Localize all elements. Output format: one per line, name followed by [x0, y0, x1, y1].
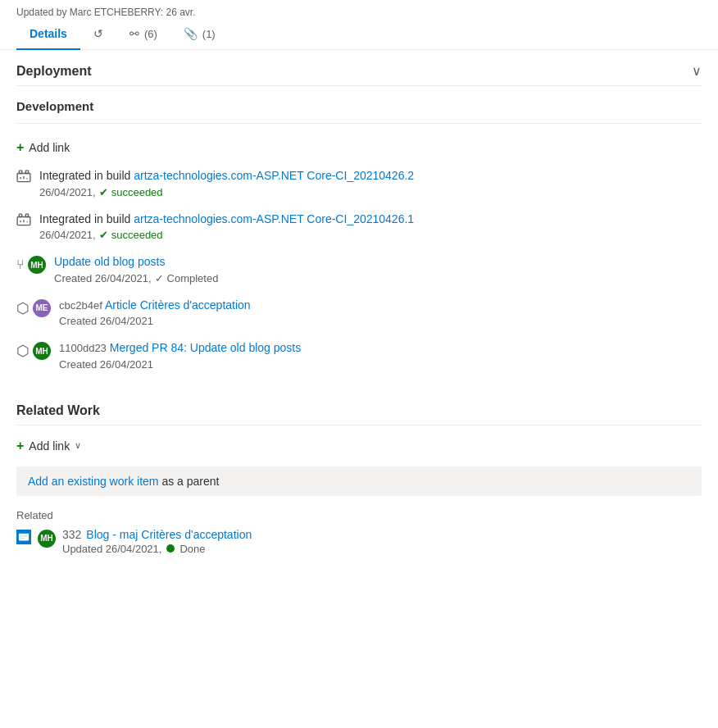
- build-2-check-icon: ✔: [99, 229, 108, 241]
- build-2-link[interactable]: artza-technologies.com-ASP.NET Core-CI_2…: [134, 212, 414, 225]
- pr-status: Completed: [167, 272, 219, 284]
- build-1-text: Integrated in build artza-technologies.c…: [39, 168, 414, 184]
- build-1-check-icon: ✔: [99, 186, 108, 198]
- tabs-bar: Details ↺ ⚯ (6) 📎 (1): [0, 18, 718, 50]
- commit-2-text: 1100dd23 Merged PR 84: Update old blog p…: [59, 340, 301, 357]
- commit-2-meta: Created 26/04/2021: [59, 358, 301, 371]
- commit-item-1: ⬡ ME cbc2b4ef Article Critères d'accepta…: [16, 298, 702, 328]
- commit-1-dot-icon: ⬡: [16, 301, 30, 316]
- commit-2-avatar: MH: [33, 342, 51, 360]
- attachments-badge: (1): [202, 28, 216, 40]
- parent-hint-box: Add an existing work item as a parent: [16, 466, 702, 496]
- commit-1-title-link[interactable]: Article Critères d'acceptation: [105, 298, 251, 312]
- commit-1-text: cbc2b4ef Article Critères d'acceptation: [59, 298, 251, 314]
- work-item-1-title-row: 332 Blog - maj Critères d'acceptation: [62, 528, 252, 541]
- deployment-title: Deployment: [16, 64, 92, 79]
- work-item-1-status: Done: [180, 543, 205, 555]
- pr-meta: Created 26/04/2021, ✓ Completed: [54, 272, 218, 284]
- related-work-header: Related Work: [16, 390, 702, 425]
- commit-2-hash: 1100dd23: [59, 342, 107, 354]
- build-2-content: Integrated in build artza-technologies.c…: [39, 212, 414, 242]
- pr-icon-area: ⑂ MH: [16, 256, 46, 274]
- work-item-1-title-link[interactable]: Blog - maj Critères d'acceptation: [86, 528, 252, 541]
- work-item-1-content: 332 Blog - maj Critères d'acceptation Up…: [62, 528, 252, 555]
- pr-date: Created 26/04/2021,: [54, 272, 152, 284]
- add-existing-work-item-link[interactable]: Add an existing work item: [28, 475, 159, 488]
- svg-rect-7: [19, 214, 21, 216]
- updated-by-text: Updated by Marc ETCHEBERRY: 26 avr.: [16, 7, 212, 18]
- build-1-date: 26/04/2021,: [39, 186, 96, 198]
- build-2-status: succeeded: [111, 229, 163, 241]
- svg-rect-1: [19, 171, 21, 173]
- work-item-1-done-dot: [166, 544, 175, 553]
- commit-1-date: Created 26/04/2021: [59, 315, 153, 327]
- build-1-status: succeeded: [111, 186, 163, 198]
- commit-2-icon-area: ⬡ MH: [16, 342, 51, 360]
- build-2-date: 26/04/2021,: [39, 229, 96, 241]
- build-2-text: Integrated in build artza-technologies.c…: [39, 212, 414, 228]
- deployment-section-header: Deployment ∨: [16, 50, 702, 86]
- build-icon-1: [16, 170, 31, 187]
- build-item-1: Integrated in build artza-technologies.c…: [16, 168, 702, 198]
- pr-title-link[interactable]: Update old blog posts: [54, 255, 165, 268]
- related-work-title: Related Work: [16, 403, 100, 418]
- related-add-link-plus-icon: +: [16, 439, 24, 453]
- build-2-meta: 26/04/2021, ✔ succeeded: [39, 229, 414, 241]
- links-badge: (6): [144, 28, 157, 40]
- build-1-prefix: Integrated in build: [39, 169, 134, 182]
- commit-2-title-link[interactable]: Merged PR 84: Update old blog posts: [110, 341, 301, 354]
- tab-history[interactable]: ↺: [80, 19, 116, 50]
- work-item-1: MH 332 Blog - maj Critères d'acceptation…: [16, 528, 702, 555]
- commit-1-content: cbc2b4ef Article Critères d'acceptation …: [59, 298, 251, 328]
- work-item-1-meta: Updated 26/04/2021, Done: [62, 543, 252, 555]
- work-item-1-id: 332: [62, 528, 81, 541]
- build-1-link[interactable]: artza-technologies.com-ASP.NET Core-CI_2…: [134, 169, 414, 182]
- work-item-1-icon: [16, 530, 31, 544]
- related-add-link-chevron-icon: ∨: [75, 440, 81, 451]
- commit-1-icon-area: ⬡ ME: [16, 299, 51, 317]
- pr-item-1: ⑂ MH Update old blog posts Created 26/04…: [16, 254, 702, 284]
- pr-branch-icon: ⑂: [16, 258, 25, 271]
- pr-text: Update old blog posts: [54, 254, 218, 271]
- pr-content: Update old blog posts Created 26/04/2021…: [54, 254, 218, 284]
- parent-hint-suffix: as a parent: [161, 475, 219, 488]
- build-2-prefix: Integrated in build: [39, 212, 134, 225]
- build-item-2: Integrated in build artza-technologies.c…: [16, 212, 702, 242]
- commit-1-meta: Created 26/04/2021: [59, 315, 251, 327]
- svg-rect-8: [25, 214, 28, 216]
- tab-links[interactable]: ⚯ (6): [116, 19, 170, 50]
- commit-2-dot-icon: ⬡: [16, 344, 30, 358]
- link-icon: ⚯: [130, 27, 139, 40]
- build-icon-2: [16, 213, 31, 230]
- tab-details-label: Details: [30, 27, 67, 40]
- tab-attachments[interactable]: 📎 (1): [170, 19, 229, 50]
- top-bar: Updated by Marc ETCHEBERRY: 26 avr.: [0, 0, 718, 18]
- commit-2-content: 1100dd23 Merged PR 84: Update old blog p…: [59, 340, 301, 371]
- svg-rect-12: [19, 534, 29, 541]
- development-divider: [16, 123, 702, 124]
- tab-details[interactable]: Details: [16, 19, 80, 50]
- build-1-content: Integrated in build artza-technologies.c…: [39, 168, 414, 198]
- deployment-chevron-icon[interactable]: ∨: [692, 63, 702, 79]
- work-item-1-avatar: MH: [38, 530, 56, 548]
- main-content: Deployment ∨ Development + Add link Inte…: [0, 50, 718, 575]
- commit-2-date: Created 26/04/2021: [59, 358, 153, 371]
- pr-avatar: MH: [28, 256, 46, 274]
- related-add-link-button[interactable]: + Add link ∨: [16, 435, 81, 457]
- svg-rect-2: [25, 171, 28, 173]
- pr-completed-icon: ✓: [155, 272, 164, 284]
- work-item-1-updated: Updated 26/04/2021,: [62, 543, 161, 555]
- attachment-icon: 📎: [184, 27, 198, 40]
- development-subtitle: Development: [16, 99, 702, 113]
- related-add-link-label: Add link: [29, 439, 70, 453]
- history-icon: ↺: [93, 27, 103, 40]
- add-link-plus-icon: +: [16, 140, 24, 155]
- add-link-button[interactable]: + Add link: [16, 137, 70, 158]
- related-work-section: Related Work + Add link ∨ Add an existin…: [16, 390, 702, 555]
- commit-item-2: ⬡ MH 1100dd23 Merged PR 84: Update old b…: [16, 340, 702, 371]
- svg-rect-13: [20, 535, 28, 536]
- related-label: Related: [16, 509, 702, 521]
- build-1-meta: 26/04/2021, ✔ succeeded: [39, 186, 414, 198]
- svg-rect-14: [20, 538, 25, 539]
- commit-1-hash: cbc2b4ef: [59, 299, 102, 312]
